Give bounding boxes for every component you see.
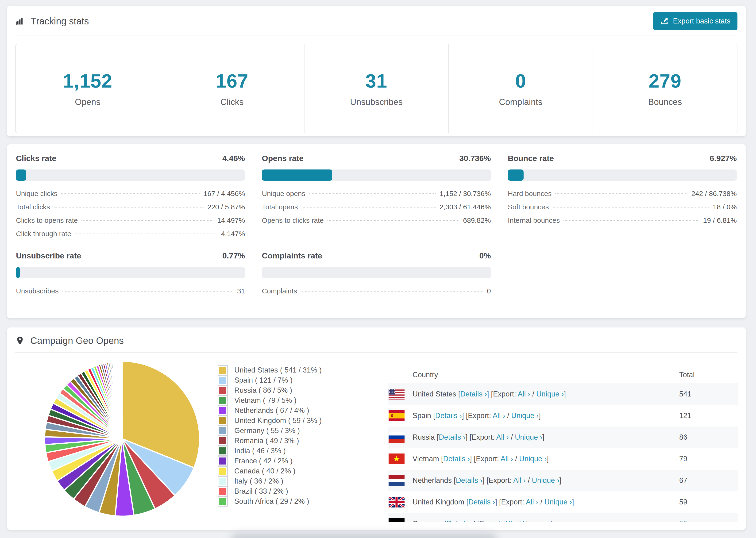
detail-label: Unique clicks bbox=[16, 190, 58, 198]
country-link[interactable]: Unique › bbox=[519, 455, 547, 463]
detail-label: Hard bounces bbox=[508, 190, 552, 198]
country-link[interactable]: Unique › bbox=[511, 411, 539, 420]
tracking-stats-header: Tracking stats Export basic stats bbox=[7, 6, 746, 35]
country-link[interactable]: Unique › bbox=[523, 519, 550, 522]
country-name: United Kingdom bbox=[412, 498, 464, 506]
vn-flag-icon bbox=[389, 454, 405, 464]
country-link[interactable]: Unique › bbox=[544, 498, 572, 506]
export-icon bbox=[660, 17, 669, 26]
detail-value: 689.82% bbox=[463, 216, 491, 224]
legend-item-netherlands[interactable]: Netherlands ( 67 / 4% ) bbox=[218, 405, 322, 415]
rates-card: Clicks rate4.46%Unique clicks167 / 4.456… bbox=[7, 144, 746, 318]
total-column-header: Total bbox=[679, 371, 738, 379]
rate-title: Opens rate bbox=[262, 154, 303, 163]
country-cell: Netherlands [Details ›] [Export: All › /… bbox=[412, 476, 679, 485]
legend-swatch bbox=[218, 487, 227, 496]
rate-detail-row: Total clicks220 / 5.87% bbox=[16, 203, 245, 216]
gb-flag-icon bbox=[389, 497, 405, 508]
stat-value: 279 bbox=[649, 70, 681, 92]
rate-detail-rows: Unsubscribes31 bbox=[16, 287, 245, 300]
link-punctuation: ] bbox=[547, 455, 549, 463]
link-punctuation: / bbox=[505, 411, 512, 420]
dotted-leader bbox=[553, 207, 709, 207]
country-link[interactable]: Details › bbox=[443, 455, 470, 463]
rate-head: Opens rate30.736% bbox=[262, 154, 491, 163]
country-link[interactable]: Unique › bbox=[515, 433, 542, 441]
geo-body: United States ( 541 / 31% )Spain ( 121 /… bbox=[7, 353, 746, 527]
legend-item-france[interactable]: France ( 42 / 2% ) bbox=[218, 456, 322, 466]
total-cell: 121 bbox=[679, 411, 738, 420]
legend-item-russia[interactable]: Russia ( 86 / 5% ) bbox=[218, 385, 322, 395]
link-punctuation: [ bbox=[431, 411, 435, 420]
detail-value: 242 / 86.738% bbox=[691, 190, 737, 198]
country-link[interactable]: Details › bbox=[435, 411, 462, 420]
rate-detail-row: Opens to clicks rate689.82% bbox=[262, 216, 491, 230]
dotted-leader bbox=[328, 220, 459, 221]
detail-value: 167 / 4.456% bbox=[203, 190, 245, 198]
country-link[interactable]: Unique › bbox=[536, 390, 564, 398]
legend-swatch bbox=[218, 426, 227, 435]
legend-swatch bbox=[218, 376, 227, 385]
country-link[interactable]: All › bbox=[504, 519, 516, 522]
stat-label: Complaints bbox=[499, 97, 542, 107]
legend-item-south-africa[interactable]: South Africa ( 29 / 2% ) bbox=[218, 496, 322, 506]
geo-legend: United States ( 541 / 31% )Spain ( 121 /… bbox=[218, 365, 322, 506]
dotted-leader bbox=[555, 193, 687, 194]
legend-item-germany[interactable]: Germany ( 55 / 3% ) bbox=[218, 426, 322, 436]
legend-item-canada[interactable]: Canada ( 40 / 2% ) bbox=[218, 466, 322, 476]
rate-title: Unsubscribe rate bbox=[16, 251, 81, 260]
country-link[interactable]: Details › bbox=[439, 433, 465, 441]
campaign-geo-opens-card: Campaign Geo Opens United States ( 541 /… bbox=[7, 327, 746, 530]
export-basic-stats-button[interactable]: Export basic stats bbox=[653, 12, 737, 30]
rate-detail-row: Internal bounces19 / 6.81% bbox=[508, 216, 737, 230]
country-link[interactable]: Details › bbox=[447, 519, 473, 522]
stats-box: 1,152Opens167Clicks31Unsubscribes0Compla… bbox=[15, 44, 737, 133]
country-link[interactable]: All › bbox=[513, 476, 526, 484]
stat-label: Opens bbox=[75, 97, 100, 107]
total-cell: 67 bbox=[679, 476, 738, 485]
total-cell: 541 bbox=[679, 390, 738, 398]
stat-cell-unsubscribes: 31Unsubscribes bbox=[304, 44, 449, 133]
stat-value: 1,152 bbox=[63, 70, 112, 92]
legend-item-brazil[interactable]: Brazil ( 33 / 2% ) bbox=[218, 486, 322, 496]
rate-detail-row: Unique opens1,152 / 30.736% bbox=[262, 190, 491, 203]
detail-label: Unsubscribes bbox=[16, 287, 59, 295]
legend-item-romania[interactable]: Romania ( 49 / 3% ) bbox=[218, 436, 322, 446]
legend-item-vietnam[interactable]: Vietnam ( 79 / 5% ) bbox=[218, 395, 322, 405]
legend-item-india[interactable]: India ( 46 / 3% ) bbox=[218, 446, 322, 456]
stat-label: Unsubscribes bbox=[350, 97, 403, 107]
country-link[interactable]: Details › bbox=[460, 390, 487, 398]
legend-item-united-states[interactable]: United States ( 541 / 31% ) bbox=[218, 365, 322, 375]
country-link[interactable]: All › bbox=[526, 498, 538, 506]
country-link[interactable]: Details › bbox=[456, 476, 482, 484]
dotted-leader bbox=[564, 220, 699, 221]
detail-value: 2,303 / 61.446% bbox=[440, 203, 491, 211]
legend-item-italy[interactable]: Italy ( 36 / 2% ) bbox=[218, 476, 322, 486]
tracking-stats-card: Tracking stats Export basic stats 1,152O… bbox=[7, 6, 746, 136]
link-punctuation: ] [Export: bbox=[462, 411, 493, 420]
link-punctuation: / bbox=[516, 519, 523, 522]
link-punctuation: [ bbox=[435, 433, 439, 441]
country-link[interactable]: All › bbox=[501, 455, 513, 463]
country-link[interactable]: Details › bbox=[468, 498, 495, 506]
stat-cell-bounces: 279Bounces bbox=[593, 44, 737, 133]
rate-value: 0% bbox=[479, 251, 491, 260]
country-link[interactable]: All › bbox=[493, 411, 505, 420]
link-punctuation: [ bbox=[439, 455, 443, 463]
legend-item-united-kingdom[interactable]: United Kingdom ( 59 / 3% ) bbox=[218, 415, 322, 426]
rate-value: 0.77% bbox=[222, 251, 245, 260]
rate-detail-row: Complaints0 bbox=[262, 287, 491, 300]
country-link[interactable]: All › bbox=[496, 433, 509, 441]
detail-label: Soft bounces bbox=[508, 203, 549, 211]
link-punctuation: ] bbox=[572, 498, 574, 506]
legend-label: Russia ( 86 / 5% ) bbox=[234, 386, 292, 395]
rate-detail-rows: Hard bounces242 / 86.738%Soft bounces18 … bbox=[508, 190, 737, 230]
map-pin-icon bbox=[15, 336, 25, 345]
country-link[interactable]: Unique › bbox=[532, 476, 559, 484]
geo-table: Country Total United States [Details ›] … bbox=[388, 366, 738, 522]
country-link[interactable]: All › bbox=[518, 390, 530, 398]
bar-chart-icon bbox=[15, 16, 25, 26]
rate-progress-track bbox=[16, 170, 245, 181]
legend-item-spain[interactable]: Spain ( 121 / 7% ) bbox=[218, 375, 322, 385]
rates-grid: Clicks rate4.46%Unique clicks167 / 4.456… bbox=[7, 144, 746, 300]
